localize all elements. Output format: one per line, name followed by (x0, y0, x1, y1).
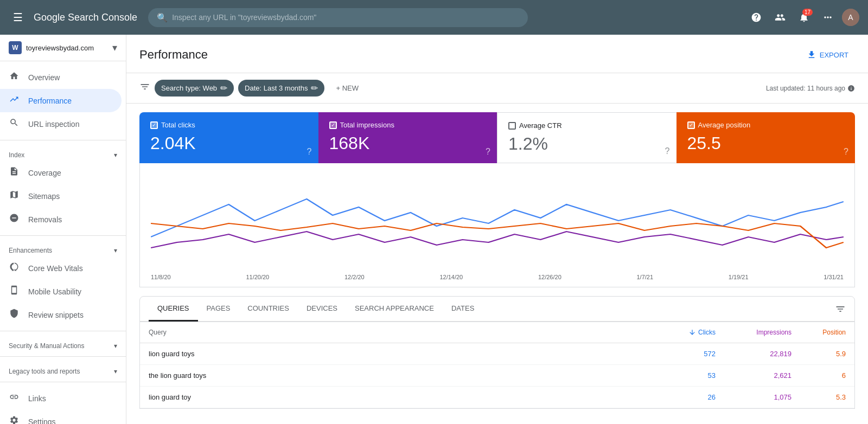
filters-icon[interactable] (139, 81, 150, 95)
legacy-section-header: Legacy tools and reports ▾ (0, 361, 126, 377)
query-text: lion guard toy (149, 393, 640, 401)
enhancements-collapse-icon[interactable]: ▾ (114, 247, 117, 254)
tab-queries[interactable]: QUERIES (149, 297, 198, 322)
search-type-filter[interactable]: Search type: Web ✏ (155, 80, 234, 97)
notifications-badge: 17 (802, 9, 813, 16)
tab-search-appearance[interactable]: SEARCH APPEARANCE (346, 297, 443, 322)
overview-label: Overview (28, 73, 60, 82)
removals-label: Removals (28, 215, 62, 224)
sidebar-item-coverage[interactable]: Coverage (0, 161, 122, 184)
total-impressions-checkbox[interactable]: ✓ (329, 121, 337, 129)
metric-total-impressions[interactable]: ✓ Total impressions 168K ? (318, 112, 497, 163)
url-inspection-label: URL inspection (28, 120, 79, 129)
divider-bottom (0, 382, 126, 382)
core-web-vitals-icon (9, 262, 20, 274)
home-icon (9, 71, 20, 83)
total-clicks-help[interactable]: ? (307, 147, 312, 157)
sidebar-item-core-web-vitals[interactable]: Core Web Vitals (0, 256, 122, 280)
links-icon (9, 392, 20, 404)
total-clicks-value: 2.04K (150, 133, 308, 153)
date-filter[interactable]: Date: Last 3 months ✏ (238, 80, 324, 97)
performance-icon (9, 94, 20, 107)
table-header: Query Clicks Impressions Position (140, 322, 854, 343)
sidebar-item-sitemaps[interactable]: Sitemaps (0, 184, 122, 208)
average-ctr-value: 1.2% (508, 134, 666, 154)
menu-icon[interactable]: ☰ (9, 7, 27, 28)
legacy-collapse-icon[interactable]: ▾ (114, 368, 117, 375)
average-ctr-help[interactable]: ? (665, 146, 670, 156)
clicks-value: 572 (640, 350, 716, 358)
sitemaps-label: Sitemaps (28, 192, 60, 201)
avatar[interactable]: A (842, 9, 859, 26)
topbar-icons: 17 A (746, 8, 859, 27)
chart-dates: 11/8/20 11/20/20 12/2/20 12/14/20 12/26/… (151, 269, 844, 282)
metric-total-clicks[interactable]: ✓ Total clicks 2.04K ? (139, 112, 318, 163)
index-section-header: Index ▾ (0, 145, 126, 161)
total-impressions-help[interactable]: ? (486, 147, 490, 157)
page-title: Performance (139, 48, 208, 62)
topbar: ☰ Google Search Console 🔍 17 A (0, 0, 868, 35)
app-logo: Google Search Console (34, 12, 137, 23)
metrics-row: ✓ Total clicks 2.04K ? ✓ Total impressio… (139, 112, 855, 163)
average-position-help[interactable]: ? (844, 147, 848, 157)
site-name: toyreviewsbydad.com (26, 44, 108, 52)
filters-bar: Search type: Web ✏ Date: Last 3 months ✏… (126, 73, 868, 104)
review-snippets-icon (9, 309, 20, 321)
col-impressions-header[interactable]: Impressions (716, 329, 792, 336)
mobile-usability-label: Mobile Usability (28, 287, 81, 296)
sidebar-item-overview[interactable]: Overview (0, 66, 122, 89)
table-row[interactable]: the lion guard toys 53 2,621 6 (140, 365, 854, 387)
table-row[interactable]: lion guard toy 26 1,075 5.3 (140, 387, 854, 408)
impressions-value: 2,621 (716, 371, 792, 380)
table-filter-icon[interactable] (835, 297, 846, 321)
total-impressions-value: 168K (329, 133, 487, 153)
tab-dates[interactable]: DATES (443, 297, 483, 322)
apps-button[interactable] (818, 8, 838, 27)
sidebar-item-settings[interactable]: Settings (0, 410, 122, 424)
help-button[interactable] (746, 8, 766, 27)
impressions-value: 1,075 (716, 393, 792, 401)
main-layout: W toyreviewsbydad.com ▾ Overview Perform… (0, 35, 868, 424)
accounts-button[interactable] (770, 8, 790, 27)
metric-average-ctr[interactable]: Average CTR 1.2% ? (497, 112, 676, 163)
divider-legacy (0, 356, 126, 357)
search-input[interactable] (172, 13, 519, 22)
new-filter-button[interactable]: + NEW (329, 80, 366, 96)
sidebar-item-links[interactable]: Links (0, 387, 122, 410)
export-button[interactable]: EXPORT (800, 46, 855, 64)
query-text: the lion guard toys (149, 371, 640, 380)
sidebar-item-url-inspection[interactable]: URL inspection (0, 112, 122, 136)
average-ctr-checkbox[interactable] (508, 122, 516, 130)
average-position-checkbox[interactable]: ✓ (687, 121, 695, 129)
sidebar-item-performance[interactable]: Performance (0, 89, 122, 112)
total-clicks-checkbox[interactable]: ✓ (150, 121, 158, 129)
notifications-button[interactable]: 17 (794, 8, 814, 27)
sidebar-item-mobile-usability[interactable]: Mobile Usability (0, 280, 122, 303)
tab-countries[interactable]: COUNTRIES (239, 297, 298, 322)
links-label: Links (28, 394, 46, 403)
removals-icon (9, 213, 20, 226)
position-value: 5.3 (792, 393, 846, 401)
search-bar: 🔍 (148, 8, 528, 27)
col-clicks-header[interactable]: Clicks (640, 329, 716, 336)
site-selector[interactable]: W toyreviewsbydad.com ▾ (0, 35, 126, 61)
metric-average-position[interactable]: ✓ Average position 25.5 ? (676, 112, 856, 163)
position-value: 6 (792, 371, 846, 380)
search-icon: 🔍 (157, 12, 168, 23)
core-web-vitals-label: Core Web Vitals (28, 264, 83, 273)
content-header: Performance EXPORT (126, 35, 868, 73)
security-section-header: Security & Manual Actions ▾ (0, 336, 126, 352)
table-row[interactable]: lion guard toys 572 22,819 5.9 (140, 343, 854, 365)
col-query-header: Query (149, 329, 640, 336)
sidebar-item-review-snippets[interactable]: Review snippets (0, 303, 122, 326)
sidebar-item-removals[interactable]: Removals (0, 208, 122, 231)
tab-devices[interactable]: DEVICES (298, 297, 346, 322)
security-collapse-icon[interactable]: ▾ (114, 342, 117, 350)
index-collapse-icon[interactable]: ▾ (114, 151, 117, 159)
col-position-header[interactable]: Position (792, 329, 846, 336)
tab-pages[interactable]: PAGES (198, 297, 239, 322)
mobile-usability-icon (9, 285, 20, 298)
settings-label: Settings (28, 417, 56, 425)
clicks-value: 26 (640, 393, 716, 401)
position-value: 5.9 (792, 350, 846, 358)
